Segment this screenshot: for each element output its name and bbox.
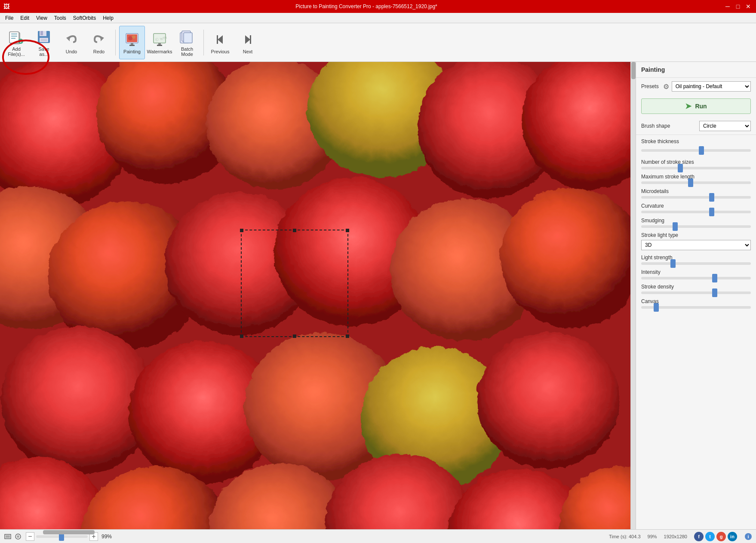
zoom-value: 99% — [101, 534, 112, 540]
menu-file[interactable]: File — [2, 14, 17, 22]
painting-label: Painting — [123, 49, 141, 54]
main-layout: Painting Presets ⚙ Oil painting - Defaul… — [0, 62, 756, 529]
batch-mode-button[interactable]: Batch Mode — [174, 26, 200, 59]
undo-button[interactable]: Undo — [58, 26, 84, 59]
time-text: Time (s): 404.3 — [609, 534, 641, 539]
svg-rect-7 — [20, 40, 21, 43]
svg-marker-14 — [101, 36, 104, 41]
svg-rect-12 — [41, 39, 47, 41]
svg-text:i: i — [747, 534, 749, 539]
zoom-slider[interactable] — [36, 535, 88, 538]
info-icon[interactable]: i — [744, 532, 753, 541]
brush-shape-label: Brush shape — [641, 123, 670, 129]
save-as-label: Save — [38, 46, 49, 52]
toolbar: Add File(s)... Save as... — [0, 23, 756, 62]
status-icon-2[interactable] — [14, 532, 22, 541]
menu-softorbits[interactable]: SoftOrbits — [70, 14, 99, 22]
stroke-light-label: Stroke light type — [641, 232, 751, 238]
canvas-layout — [0, 62, 636, 529]
status-icon-1[interactable] — [3, 532, 12, 541]
presets-label: Presets — [641, 83, 659, 89]
microdetails-slider[interactable] — [641, 196, 751, 199]
stroke-density-slider[interactable] — [641, 291, 751, 294]
svg-point-60 — [17, 535, 19, 538]
minimize-button[interactable]: ─ — [723, 2, 732, 11]
batch-mode-label2: Mode — [181, 52, 193, 57]
watermarks-button[interactable]: © wm Watermarks — [147, 26, 172, 59]
add-files-icon — [8, 28, 25, 46]
redo-label: Redo — [93, 49, 104, 54]
intensity-slider[interactable] — [641, 277, 751, 279]
watermarks-icon: © wm — [151, 31, 168, 48]
brush-shape-row: Brush shape Circle Square Diamond Flat — [636, 119, 756, 135]
svg-rect-31 — [250, 35, 251, 44]
run-arrow-icon: ➤ — [685, 101, 691, 111]
stroke-sizes-slider[interactable] — [641, 167, 751, 169]
svg-rect-24 — [157, 45, 162, 46]
max-stroke-slider[interactable] — [641, 181, 751, 184]
zoom-right: 99% — [648, 534, 657, 539]
menu-edit[interactable]: Edit — [17, 14, 33, 22]
add-files-button[interactable]: Add File(s)... — [3, 26, 29, 59]
stroke-light-row: Stroke light type 3D 2D None — [636, 232, 756, 250]
menu-help[interactable]: Help — [99, 14, 117, 22]
canvas-area[interactable] — [0, 62, 630, 529]
horizontal-scroll-thumb[interactable] — [43, 530, 95, 534]
watermarks-label: Watermarks — [147, 49, 172, 54]
svg-rect-3 — [11, 36, 17, 37]
close-button[interactable]: ✕ — [744, 2, 753, 11]
previous-icon — [212, 31, 229, 48]
undo-label: Undo — [66, 49, 77, 54]
svg-marker-30 — [245, 35, 250, 44]
horizontal-scrollbar[interactable] — [0, 529, 636, 530]
smudging-slider[interactable] — [641, 225, 751, 228]
microdetails-row: Microdetails — [636, 188, 756, 199]
presets-select[interactable]: Oil painting - Default Watercolor Sketch… — [672, 81, 751, 92]
svg-rect-1 — [9, 32, 19, 43]
title-bar-icon: 🖼 — [3, 3, 9, 10]
run-button[interactable]: ➤ Run — [641, 98, 751, 114]
svg-rect-2 — [11, 34, 17, 34]
svg-rect-58 — [6, 535, 10, 538]
menu-tools[interactable]: Tools — [51, 14, 70, 22]
brush-shape-select[interactable]: Circle Square Diamond Flat — [699, 121, 751, 131]
status-right: Time (s): 404.3 99% 1920x1280 f t g in i — [609, 532, 753, 541]
canvas-slider[interactable] — [641, 306, 751, 309]
stroke-light-select[interactable]: 3D 2D None — [641, 240, 751, 250]
toolbar-sep-1 — [115, 30, 116, 55]
linkedin-icon[interactable]: in — [728, 532, 737, 541]
maximize-button[interactable]: □ — [734, 2, 742, 11]
stroke-thickness-slider[interactable] — [641, 149, 751, 152]
previous-button[interactable]: Previous — [207, 26, 233, 59]
batch-mode-icon — [178, 28, 196, 46]
right-panel: Painting Presets ⚙ Oil painting - Defaul… — [636, 62, 756, 529]
light-strength-slider[interactable] — [641, 262, 751, 265]
next-button[interactable]: Next — [235, 26, 261, 59]
presets-settings-icon[interactable]: ⚙ — [663, 83, 669, 91]
batch-mode-label: Batch — [181, 46, 193, 52]
painting-button[interactable]: Painting — [119, 26, 145, 59]
svg-rect-20 — [129, 45, 135, 46]
svg-marker-13 — [66, 36, 70, 41]
zoom-out-button[interactable]: − — [26, 532, 34, 541]
redo-button[interactable]: Redo — [86, 26, 112, 59]
smudging-row: Smudging — [636, 218, 756, 228]
twitter-icon[interactable]: t — [705, 532, 715, 541]
curvature-slider[interactable] — [641, 211, 751, 213]
light-strength-row: Light strength — [636, 255, 756, 265]
status-icons — [3, 532, 22, 541]
google-icon[interactable]: g — [716, 532, 726, 541]
svg-rect-29 — [217, 35, 218, 44]
facebook-icon[interactable]: f — [694, 532, 704, 541]
painting-icon — [123, 31, 141, 48]
toolbar-sep-2 — [203, 30, 204, 55]
menu-view[interactable]: View — [33, 14, 51, 22]
vertical-scroll-thumb[interactable] — [631, 62, 636, 79]
menu-bar: File Edit View Tools SoftOrbits Help — [0, 13, 756, 23]
canvas-container — [0, 62, 636, 529]
save-as-button[interactable]: Save as... — [31, 26, 57, 59]
stroke-thickness-label: Stroke thickness — [641, 138, 751, 144]
vertical-scrollbar[interactable] — [630, 62, 636, 529]
svg-marker-28 — [218, 35, 223, 44]
panel-title: Painting — [636, 62, 756, 78]
